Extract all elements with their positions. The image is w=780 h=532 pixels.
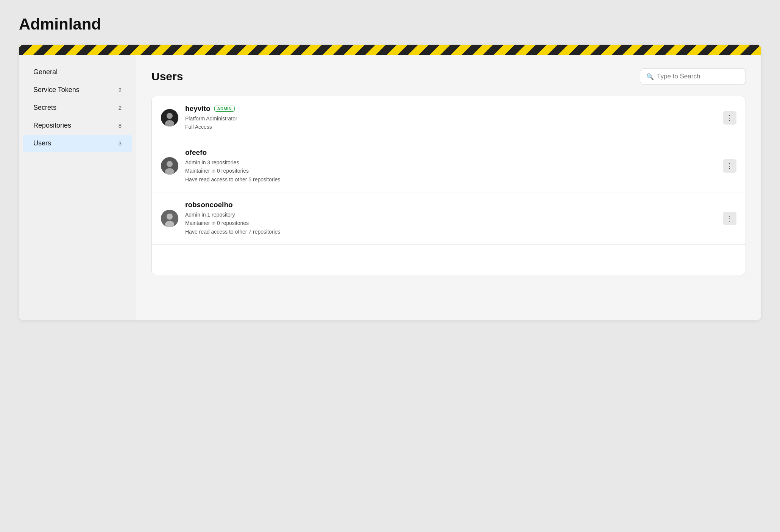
user-detail-line: Maintainer in 0 repositories (185, 167, 723, 175)
user-name: heyvito (185, 105, 211, 113)
sidebar-badge: 2 (119, 87, 122, 93)
user-name-row: ofeefo (185, 148, 723, 157)
main-header: Users 🔍 (151, 69, 746, 84)
user-row-robsoncoelho: robsoncoelhoAdmin in 1 repositoryMaintai… (152, 192, 746, 245)
main-content: Users 🔍 heyvitoADMINPlatform Administrat… (136, 55, 761, 320)
user-name: robsoncoelho (185, 201, 233, 209)
more-options-button-heyvito[interactable]: ⋮ (723, 111, 736, 125)
sidebar: GeneralService Tokens2Secrets2Repositori… (19, 55, 136, 320)
user-name-row: robsoncoelho (185, 201, 723, 209)
user-detail-line: Admin in 3 repositories (185, 158, 723, 167)
svg-point-7 (167, 214, 173, 220)
user-info-heyvito: heyvitoADMINPlatform AdministratorFull A… (185, 105, 723, 131)
user-detail-line: Maintainer in 0 repositories (185, 219, 723, 227)
users-list: heyvitoADMINPlatform AdministratorFull A… (151, 96, 746, 275)
avatar-ofeefo (161, 157, 178, 175)
search-box[interactable]: 🔍 (640, 69, 746, 84)
user-detail-line: Have read access to other 5 repositories (185, 175, 723, 184)
sidebar-badge: 8 (119, 122, 122, 129)
avatar-heyvito (161, 109, 178, 126)
page-title: Adminland (19, 15, 761, 33)
section-title: Users (151, 70, 183, 83)
user-name: ofeefo (185, 148, 207, 157)
user-detail-line: Have read access to other 7 repositories (185, 228, 723, 236)
user-detail-line: Platform Administrator (185, 114, 723, 123)
sidebar-item-users[interactable]: Users3 (23, 135, 132, 152)
more-options-button-robsoncoelho[interactable]: ⋮ (723, 212, 736, 225)
sidebar-item-label: Service Tokens (33, 86, 80, 94)
content-area: GeneralService Tokens2Secrets2Repositori… (19, 55, 761, 320)
more-options-button-ofeefo[interactable]: ⋮ (723, 159, 736, 173)
user-details: Admin in 3 repositoriesMaintainer in 0 r… (185, 158, 723, 184)
sidebar-item-label: Users (33, 139, 51, 147)
avatar-robsoncoelho (161, 210, 178, 227)
sidebar-badge: 3 (119, 140, 122, 147)
user-detail-line: Full Access (185, 123, 723, 131)
sidebar-item-label: Secrets (33, 104, 56, 112)
search-icon: 🔍 (646, 73, 654, 80)
sidebar-item-service-tokens[interactable]: Service Tokens2 (23, 81, 132, 98)
user-info-ofeefo: ofeefoAdmin in 3 repositoriesMaintainer … (185, 148, 723, 184)
sidebar-item-repositories[interactable]: Repositories8 (23, 117, 132, 134)
sidebar-item-secrets[interactable]: Secrets2 (23, 99, 132, 116)
hazard-bar (19, 45, 761, 55)
user-details: Admin in 1 repositoryMaintainer in 0 rep… (185, 211, 723, 236)
user-details: Platform AdministratorFull Access (185, 114, 723, 131)
user-row-heyvito: heyvitoADMINPlatform AdministratorFull A… (152, 96, 746, 140)
empty-row (152, 245, 746, 275)
user-detail-line: Admin in 1 repository (185, 211, 723, 219)
svg-point-1 (167, 113, 173, 119)
search-input[interactable] (657, 73, 739, 80)
sidebar-item-label: General (33, 68, 58, 76)
admin-badge: ADMIN (214, 106, 235, 112)
sidebar-item-label: Repositories (33, 122, 71, 129)
user-row-ofeefo: ofeefoAdmin in 3 repositoriesMaintainer … (152, 140, 746, 192)
sidebar-item-general[interactable]: General (23, 64, 132, 81)
user-info-robsoncoelho: robsoncoelhoAdmin in 1 repositoryMaintai… (185, 201, 723, 236)
svg-point-4 (167, 161, 173, 167)
user-name-row: heyvitoADMIN (185, 105, 723, 113)
admin-panel: GeneralService Tokens2Secrets2Repositori… (19, 45, 761, 320)
sidebar-badge: 2 (119, 105, 122, 111)
